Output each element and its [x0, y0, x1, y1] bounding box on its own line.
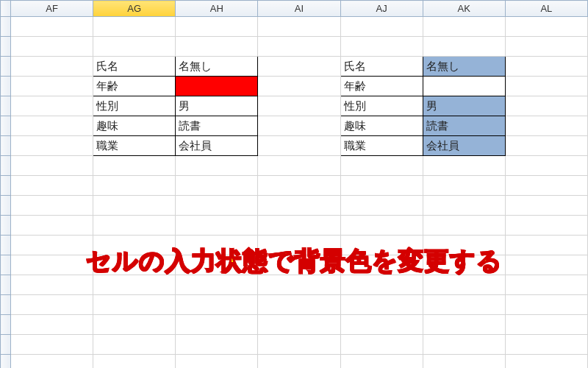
col-header[interactable]: AK: [423, 1, 505, 17]
cell[interactable]: [176, 355, 258, 369]
cell[interactable]: [11, 57, 93, 77]
cell[interactable]: [505, 156, 587, 176]
spreadsheet-grid[interactable]: AF AG AH AI AJ AK AL 氏名 名無し 氏名 名無し 年齢: [0, 0, 588, 368]
cell[interactable]: [176, 37, 258, 57]
cell[interactable]: [505, 116, 587, 136]
cell[interactable]: [340, 156, 423, 176]
cell[interactable]: [93, 216, 176, 236]
right-value-cell[interactable]: 男: [423, 96, 505, 116]
row-header[interactable]: [1, 156, 11, 176]
left-value-cell[interactable]: 読書: [176, 116, 258, 136]
cell[interactable]: [423, 295, 505, 315]
col-header[interactable]: AJ: [340, 1, 423, 17]
cell[interactable]: [340, 196, 423, 216]
cell[interactable]: [258, 196, 340, 216]
left-value-cell-empty-highlight[interactable]: [176, 77, 258, 96]
cell[interactable]: [258, 96, 340, 116]
right-value-cell[interactable]: 読書: [423, 116, 505, 136]
cell[interactable]: [93, 295, 176, 315]
cell[interactable]: [423, 176, 505, 196]
cell[interactable]: [258, 156, 340, 176]
cell[interactable]: [258, 216, 340, 236]
cell[interactable]: [93, 17, 176, 37]
cell[interactable]: [505, 355, 587, 369]
cell[interactable]: [505, 315, 587, 335]
cell[interactable]: [505, 295, 587, 315]
left-label-cell[interactable]: 氏名: [93, 57, 176, 77]
right-label-cell[interactable]: 趣味: [340, 116, 423, 136]
row-header[interactable]: [1, 77, 11, 96]
row-header[interactable]: [1, 196, 11, 216]
left-label-cell[interactable]: 年齢: [93, 77, 176, 96]
row-header[interactable]: [1, 176, 11, 196]
cell[interactable]: [11, 196, 93, 216]
cell[interactable]: [258, 116, 340, 136]
cell[interactable]: [11, 37, 93, 57]
cell[interactable]: [11, 295, 93, 315]
cell[interactable]: [340, 176, 423, 196]
right-value-cell[interactable]: [423, 77, 505, 96]
col-header-selected[interactable]: AG: [93, 1, 176, 17]
cell[interactable]: [11, 136, 93, 156]
left-value-cell[interactable]: 会社員: [176, 136, 258, 156]
cell[interactable]: [93, 156, 176, 176]
cell[interactable]: [93, 196, 176, 216]
row-header[interactable]: [1, 57, 11, 77]
cell[interactable]: [258, 176, 340, 196]
right-value-cell[interactable]: 会社員: [423, 136, 505, 156]
cell[interactable]: [258, 295, 340, 315]
cell[interactable]: [258, 335, 340, 355]
cell[interactable]: [340, 37, 423, 57]
cell[interactable]: [423, 335, 505, 355]
cell[interactable]: [340, 355, 423, 369]
cell[interactable]: [340, 315, 423, 335]
cell[interactable]: [11, 216, 93, 236]
right-label-cell[interactable]: 職業: [340, 136, 423, 156]
cell[interactable]: [11, 96, 93, 116]
row-header[interactable]: [1, 315, 11, 335]
cell[interactable]: [423, 156, 505, 176]
left-value-cell[interactable]: 男: [176, 96, 258, 116]
cell[interactable]: [505, 17, 587, 37]
cell[interactable]: [176, 315, 258, 335]
row-header[interactable]: [1, 295, 11, 315]
row-header[interactable]: [1, 355, 11, 369]
cell[interactable]: [11, 335, 93, 355]
cell[interactable]: [505, 196, 587, 216]
select-all-corner[interactable]: [1, 1, 11, 17]
cell[interactable]: [176, 216, 258, 236]
cell[interactable]: [176, 335, 258, 355]
right-label-cell[interactable]: 年齢: [340, 77, 423, 96]
left-label-cell[interactable]: 性別: [93, 96, 176, 116]
col-header[interactable]: AH: [176, 1, 258, 17]
row-header[interactable]: [1, 37, 11, 57]
cell[interactable]: [258, 315, 340, 335]
row-header[interactable]: [1, 17, 11, 37]
cell[interactable]: [505, 136, 587, 156]
cell[interactable]: [340, 335, 423, 355]
row-header[interactable]: [1, 116, 11, 136]
cell[interactable]: [423, 17, 505, 37]
right-label-cell[interactable]: 性別: [340, 96, 423, 116]
cell[interactable]: [11, 116, 93, 136]
cell[interactable]: [505, 57, 587, 77]
cell[interactable]: [505, 96, 587, 116]
col-header[interactable]: AI: [258, 1, 340, 17]
left-label-cell[interactable]: 趣味: [93, 116, 176, 136]
cell[interactable]: [11, 355, 93, 369]
cell[interactable]: [258, 77, 340, 96]
cell[interactable]: [176, 17, 258, 37]
cell[interactable]: [258, 355, 340, 369]
right-value-cell[interactable]: 名無し: [423, 57, 505, 77]
col-header[interactable]: AL: [505, 1, 587, 17]
cell[interactable]: [93, 355, 176, 369]
cell[interactable]: [340, 216, 423, 236]
cell[interactable]: [505, 37, 587, 57]
cell[interactable]: [258, 57, 340, 77]
cell[interactable]: [11, 156, 93, 176]
left-value-cell[interactable]: 名無し: [176, 57, 258, 77]
cell[interactable]: [258, 136, 340, 156]
cell[interactable]: [93, 176, 176, 196]
col-header[interactable]: AF: [11, 1, 93, 17]
cell[interactable]: [340, 17, 423, 37]
